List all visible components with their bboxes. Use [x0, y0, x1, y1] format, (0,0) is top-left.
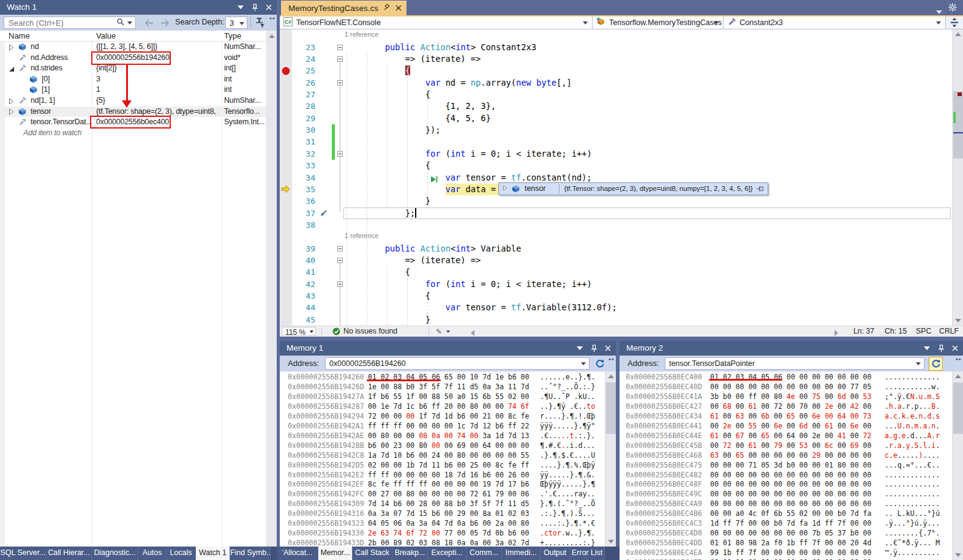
expand-toggle-icon[interactable] — [9, 98, 14, 106]
watch-name[interactable]: nd — [31, 42, 94, 53]
window-position-icon[interactable] — [575, 344, 584, 353]
code-line-28[interactable]: 28 {1, 2, 3}, — [280, 100, 952, 112]
datatip-name[interactable]: tensor — [525, 184, 545, 193]
code-line-45[interactable]: 45 } — [280, 314, 952, 326]
tool-window-tab-locals[interactable]: Locals — [167, 547, 196, 560]
address-input[interactable] — [325, 357, 590, 370]
memory-row[interactable]: 0x000002556B1942BB — [288, 441, 364, 451]
memory-row[interactable]: 0x000002556B0EC4B6 — [626, 509, 702, 519]
memory-row[interactable]: 0x000002556B1942A1 — [288, 422, 364, 431]
watch-name[interactable]: nd.Address — [31, 53, 94, 64]
code-line-43[interactable]: 43 { — [280, 290, 952, 302]
code-line-40[interactable]: 40 => (iterate) => — [280, 255, 952, 266]
hscroll-left-icon[interactable] — [470, 329, 475, 337]
tool-window-tab-memor[interactable]: Memor... — [318, 547, 353, 560]
tool-window-tab-call-hierar[interactable]: Call Hierar... — [47, 547, 92, 560]
memory-row[interactable]: 0x000002556B0EC400 — [626, 373, 702, 383]
memory-row[interactable]: 0x000002556B1942FC — [288, 490, 364, 499]
zoom-combo[interactable]: 115 % — [282, 327, 316, 336]
watch-name[interactable]: [1] — [42, 84, 94, 95]
datatip-pin-icon[interactable] — [756, 185, 765, 195]
tool-window-tab-autos[interactable]: Autos — [138, 547, 167, 560]
collapse-toggle-icon[interactable] — [9, 65, 15, 74]
memory-row[interactable]: 0x000002556B1942C8 — [288, 451, 364, 461]
memory1-title-bar[interactable]: Memory 1 — [280, 341, 616, 356]
expand-toggle-icon[interactable] — [9, 44, 14, 53]
code-line-32[interactable]: 32 for (int i = 0; i < iterate; i++) — [280, 148, 952, 160]
code-line-44[interactable]: 44 var tensor = tf.Variable(3112.0f); — [280, 302, 952, 313]
memory2-title-bar[interactable]: Memory 2 — [620, 341, 963, 356]
column-header-value[interactable]: Value — [96, 31, 116, 41]
code-line-38[interactable]: 38 — [280, 219, 952, 231]
health-check-icon[interactable] — [332, 327, 340, 337]
code-editor[interactable]: 1 reference23 public Action<int> Constan… — [280, 29, 963, 326]
watch-name[interactable]: [0] — [42, 74, 94, 85]
memory-row[interactable]: 0x000002556B0EC482 — [626, 471, 702, 480]
pin-icon[interactable] — [937, 344, 945, 353]
project-dropdown[interactable]: C# TensorFlowNET.Console — [280, 17, 593, 29]
watch-value[interactable]: {5} — [96, 95, 219, 106]
document-well-gear-icon[interactable] — [948, 3, 957, 14]
tool-window-tab-diagnostic[interactable]: Diagnostic... — [92, 547, 138, 560]
memory-row[interactable]: 0x000002556B0EC4A9 — [626, 499, 702, 509]
column-header-name[interactable]: Name — [9, 31, 30, 41]
search-back-icon[interactable] — [144, 18, 154, 29]
window-position-icon[interactable] — [236, 3, 245, 12]
search-forward-icon[interactable] — [160, 18, 170, 29]
code-line-30[interactable]: 30 }); — [280, 124, 952, 136]
memory2-scrollbar[interactable] — [952, 371, 963, 560]
memory-row[interactable]: 0x000002556B0EC434 — [626, 412, 702, 422]
tab-close-icon[interactable] — [395, 4, 402, 13]
toolbar-overflow-icon[interactable] — [956, 356, 961, 362]
code-line-25[interactable]: 25 { — [280, 65, 952, 77]
memory-row[interactable]: 0x000002556B194260 — [288, 373, 364, 383]
watch-value[interactable]: 3 — [96, 74, 219, 85]
outline-collapse-box[interactable] — [337, 246, 343, 252]
close-icon[interactable] — [264, 3, 273, 12]
search-options-caret-icon[interactable] — [127, 21, 132, 24]
memory-row[interactable]: 0x000002556B0EC4DD — [626, 539, 702, 548]
memory-row[interactable]: 0x000002556B19427A — [288, 392, 364, 402]
watch-row[interactable]: [0]3int — [0, 74, 266, 85]
code-line-37[interactable]: 37 }; — [280, 207, 952, 219]
pin-icon[interactable] — [250, 3, 259, 12]
watch-name[interactable]: tensor — [31, 106, 94, 118]
memory1-scrollbar[interactable] — [605, 371, 616, 547]
brush-caret-icon[interactable] — [446, 330, 450, 333]
memory-row[interactable]: 0x000002556B0EC427 — [626, 402, 702, 412]
refresh-button[interactable] — [593, 357, 606, 370]
toolbar-overflow-icon[interactable] — [269, 15, 275, 21]
memory-row[interactable]: 0x000002556B0EC49C — [626, 490, 702, 499]
datatip-popup[interactable]: tensor {tf.Tensor: shape=(2, 3), dtype=u… — [498, 182, 768, 195]
tool-window-tab-call-stack[interactable]: Call Stack — [353, 547, 392, 560]
scrollbar-thumb[interactable] — [953, 91, 963, 159]
memory-row[interactable]: 0x000002556B0EC41A — [626, 392, 702, 402]
code-line-23[interactable]: 23 public Action<int> Constant2x3 — [280, 42, 952, 53]
memory-row[interactable]: 0x000002556B19433D — [288, 539, 364, 547]
datatip-value[interactable]: {tf.Tensor: shape=(2, 3), dtype=uint8, n… — [564, 185, 752, 192]
codelens-references[interactable]: 1 reference — [345, 31, 379, 38]
memory2-hex-view[interactable]: 0x000002556B0EC40001 02 03 04 05 06 00 0… — [620, 371, 963, 560]
type-dropdown[interactable]: Tensorflow.MemoryTestingCases — [593, 17, 724, 29]
pin-icon[interactable] — [590, 344, 598, 353]
memory-row[interactable]: 0x000002556B194294 — [288, 412, 364, 422]
watch-row[interactable]: nd{[[1, 2, 3], [4, 5, 6]]}NumShar... — [0, 42, 266, 53]
code-line-26[interactable]: 26 var nd = np.array(new byte[,] — [280, 77, 952, 89]
health-status[interactable]: No issues found — [343, 326, 397, 337]
memory-row[interactable]: 0x000002556B19426D — [288, 383, 364, 392]
memory-row[interactable]: 0x000002556B194330 — [288, 529, 364, 539]
window-position-icon[interactable] — [923, 344, 931, 353]
memory-row[interactable]: 0x000002556B0EC441 — [626, 422, 702, 431]
code-line-27[interactable]: 27 { — [280, 89, 952, 100]
formatting-brush-icon[interactable]: ✎ — [436, 327, 442, 337]
code-line-29[interactable]: 29 {4, 5, 6} — [280, 113, 952, 124]
expand-toggle-icon[interactable] — [9, 108, 14, 117]
memory-row[interactable]: 0x000002556B194309 — [288, 499, 364, 509]
close-icon[interactable] — [604, 344, 612, 353]
watch-name[interactable]: nd[1, 1] — [31, 95, 94, 106]
member-dropdown[interactable]: Constant2x3 — [724, 17, 946, 29]
tool-window-tab-sql-server[interactable]: SQL Server... — [0, 547, 47, 560]
tool-window-tab-allocat[interactable]: 'Allocat... — [277, 547, 318, 560]
memory-row[interactable]: 0x000002556B0EC475 — [626, 461, 702, 471]
toolbar-overflow-icon[interactable] — [609, 356, 614, 362]
